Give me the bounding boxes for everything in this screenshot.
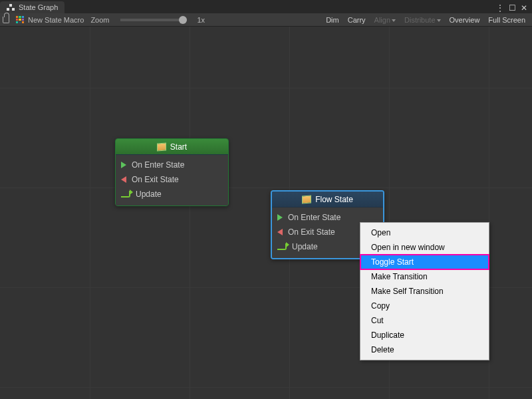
chevron-down-icon [437, 19, 441, 22]
enter-icon [121, 162, 126, 168]
menu-toggle-start[interactable]: Toggle Start [360, 255, 489, 269]
context-menu: Open Open in new window Toggle Start Mak… [360, 222, 489, 360]
menu-delete[interactable]: Delete [360, 342, 489, 357]
node-start-header[interactable]: Start [116, 139, 228, 155]
node-title: Start [170, 142, 187, 152]
zoom-label: Zoom [90, 16, 109, 24]
menu-cut[interactable]: Cut [360, 313, 489, 328]
node-start-body: On Enter State On Exit State Update [116, 155, 228, 205]
menu-make-self-transition[interactable]: Make Self Transition [360, 284, 489, 299]
box-icon [302, 195, 311, 203]
node-flow-header[interactable]: Flow State [272, 192, 383, 207]
carry-button[interactable]: Carry [344, 15, 370, 25]
window-controls: ⋮ ☐ ✕ [492, 3, 532, 13]
box-icon [157, 142, 166, 151]
graph-canvas[interactable]: Start On Enter State On Exit State Updat… [0, 27, 532, 399]
asset-name[interactable]: New State Macro [28, 16, 84, 24]
zoom-value: 1x [198, 16, 205, 24]
align-dropdown[interactable]: Align [370, 15, 400, 25]
macro-icon [16, 16, 24, 24]
tab-state-graph[interactable]: State Graph [0, 1, 65, 13]
tab-title: State Graph [19, 3, 58, 11]
update-icon [277, 243, 287, 250]
row-on-enter[interactable]: On Enter State [121, 158, 223, 172]
row-on-exit[interactable]: On Exit State [121, 172, 223, 187]
menu-open-new-window[interactable]: Open in new window [360, 240, 489, 255]
dim-button[interactable]: Dim [322, 15, 343, 25]
graph-icon [7, 4, 15, 11]
update-icon [121, 191, 130, 198]
menu-make-transition[interactable]: Make Transition [360, 269, 489, 284]
row-update[interactable]: Update [121, 187, 223, 201]
node-title: Flow State [315, 195, 353, 204]
zoom-slider[interactable] [120, 19, 187, 21]
exit-icon [277, 229, 283, 235]
lock-icon[interactable] [3, 17, 9, 23]
menu-icon[interactable]: ⋮ [496, 4, 504, 12]
menu-open[interactable]: Open [360, 225, 489, 240]
tab-bar: State Graph ⋮ ☐ ✕ [0, 0, 532, 13]
distribute-dropdown[interactable]: Distribute [400, 15, 444, 25]
chevron-down-icon [392, 19, 396, 22]
enter-icon [277, 214, 283, 221]
zoom-slider-knob[interactable] [179, 16, 187, 24]
toolbar: New State Macro Zoom 1x Dim Carry Align … [0, 13, 532, 27]
fullscreen-button[interactable]: Full Screen [484, 15, 529, 25]
menu-duplicate[interactable]: Duplicate [360, 328, 489, 342]
close-icon[interactable]: ✕ [520, 4, 528, 12]
menu-copy[interactable]: Copy [360, 299, 489, 313]
state-graph-window: State Graph ⋮ ☐ ✕ New State Macro Zoom 1… [0, 0, 532, 399]
overview-button[interactable]: Overview [446, 15, 484, 25]
exit-icon [121, 176, 126, 183]
node-start[interactable]: Start On Enter State On Exit State Updat… [115, 138, 229, 206]
maximize-icon[interactable]: ☐ [508, 4, 516, 12]
